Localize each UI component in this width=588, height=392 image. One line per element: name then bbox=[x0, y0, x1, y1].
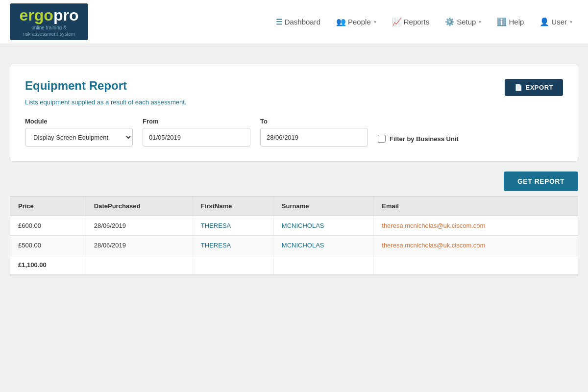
hamburger-icon: ☰ bbox=[276, 17, 283, 26]
cell-surname bbox=[273, 255, 373, 275]
results-table: Price DatePurchased FirstName Surname Em… bbox=[10, 196, 578, 275]
from-input[interactable] bbox=[143, 128, 250, 147]
report-card: Equipment Report 📄 EXPORT Lists equipmen… bbox=[10, 64, 578, 162]
export-icon: 📄 bbox=[514, 84, 523, 91]
business-unit-label: Filter by Business Unit bbox=[390, 135, 459, 143]
nav-reports[interactable]: 📈 Reports bbox=[386, 14, 436, 29]
actions-row: GET REPORT bbox=[10, 172, 578, 196]
table-row: £500.0028/06/2019THERESAMCNICHOLAStheres… bbox=[10, 236, 578, 255]
main-content: Equipment Report 📄 EXPORT Lists equipmen… bbox=[0, 44, 588, 295]
user-caret: ▾ bbox=[570, 19, 572, 24]
nav-people[interactable]: 👥 People ▾ bbox=[330, 14, 382, 29]
col-surname: Surname bbox=[273, 196, 373, 216]
nav-help[interactable]: ℹ️ Help bbox=[491, 14, 530, 29]
col-date-purchased: DatePurchased bbox=[86, 196, 193, 216]
user-icon: 👤 bbox=[539, 17, 549, 26]
cell-email: theresa.mcnicholas@uk.ciscom.com bbox=[374, 216, 578, 236]
cell-firstname bbox=[193, 255, 273, 275]
module-filter: Module Display Screen Equipment bbox=[25, 118, 133, 147]
get-report-button[interactable]: GET REPORT bbox=[504, 172, 578, 191]
help-icon: ℹ️ bbox=[497, 17, 507, 26]
to-input[interactable] bbox=[260, 128, 368, 147]
col-email: Email bbox=[374, 196, 578, 216]
report-description: Lists equipment supplied as a result of … bbox=[25, 98, 563, 106]
logo: ergopro online training &risk assessment… bbox=[10, 3, 88, 40]
module-select[interactable]: Display Screen Equipment bbox=[25, 128, 133, 147]
logo-sub: online training &risk assessment system bbox=[23, 24, 75, 37]
logo-pro: pro bbox=[53, 6, 79, 24]
from-filter: From bbox=[143, 118, 250, 147]
business-unit-checkbox[interactable] bbox=[378, 135, 386, 143]
navbar: ergopro online training &risk assessment… bbox=[0, 0, 588, 44]
to-filter: To bbox=[260, 118, 368, 147]
nav-setup[interactable]: ⚙️ Setup ▾ bbox=[439, 14, 487, 29]
export-button[interactable]: 📄 EXPORT bbox=[505, 79, 563, 96]
col-firstname: FirstName bbox=[193, 196, 273, 216]
col-price: Price bbox=[10, 196, 86, 216]
setup-caret: ▾ bbox=[479, 19, 481, 24]
cell-price: £500.00 bbox=[10, 236, 86, 255]
people-caret: ▾ bbox=[374, 19, 376, 24]
cell-price: £1,100.00 bbox=[10, 255, 86, 275]
cell-firstname: THERESA bbox=[193, 236, 273, 255]
table-row: £600.0028/06/2019THERESAMCNICHOLAStheres… bbox=[10, 216, 578, 236]
nav-user[interactable]: 👤 User ▾ bbox=[534, 14, 578, 29]
filter-row: Module Display Screen Equipment From To … bbox=[25, 118, 563, 147]
nav-dashboard[interactable]: ☰ Dashboard bbox=[270, 14, 326, 29]
people-icon: 👥 bbox=[336, 17, 346, 26]
setup-icon: ⚙️ bbox=[445, 17, 455, 26]
firstname-link[interactable]: THERESA bbox=[201, 242, 231, 249]
surname-link[interactable]: MCNICHOLAS bbox=[282, 222, 324, 229]
email-link[interactable]: theresa.mcnicholas@uk.ciscom.com bbox=[382, 222, 485, 229]
results-table-section: Price DatePurchased FirstName Surname Em… bbox=[10, 196, 578, 275]
email-link[interactable]: theresa.mcnicholas@uk.ciscom.com bbox=[382, 242, 485, 249]
surname-link[interactable]: MCNICHOLAS bbox=[282, 242, 324, 249]
logo-ergo: ergo bbox=[20, 6, 53, 24]
table-header-row: Price DatePurchased FirstName Surname Em… bbox=[10, 196, 578, 216]
page-title: Equipment Report bbox=[25, 79, 563, 93]
cell-date-purchased: 28/06/2019 bbox=[86, 236, 193, 255]
to-label: To bbox=[260, 118, 368, 125]
table-row: £1,100.00 bbox=[10, 255, 578, 275]
cell-surname: MCNICHOLAS bbox=[273, 236, 373, 255]
cell-surname: MCNICHOLAS bbox=[273, 216, 373, 236]
firstname-link[interactable]: THERESA bbox=[201, 222, 231, 229]
from-label: From bbox=[143, 118, 250, 125]
filter-business-unit: Filter by Business Unit bbox=[378, 135, 459, 147]
cell-date-purchased: 28/06/2019 bbox=[86, 216, 193, 236]
cell-firstname: THERESA bbox=[193, 216, 273, 236]
module-label: Module bbox=[25, 118, 133, 125]
cell-price: £600.00 bbox=[10, 216, 86, 236]
cell-date-purchased bbox=[86, 255, 193, 275]
cell-email bbox=[374, 255, 578, 275]
reports-icon: 📈 bbox=[392, 17, 402, 26]
nav-links: ☰ Dashboard 👥 People ▾ 📈 Reports ⚙️ Setu… bbox=[270, 14, 578, 29]
cell-email: theresa.mcnicholas@uk.ciscom.com bbox=[374, 236, 578, 255]
